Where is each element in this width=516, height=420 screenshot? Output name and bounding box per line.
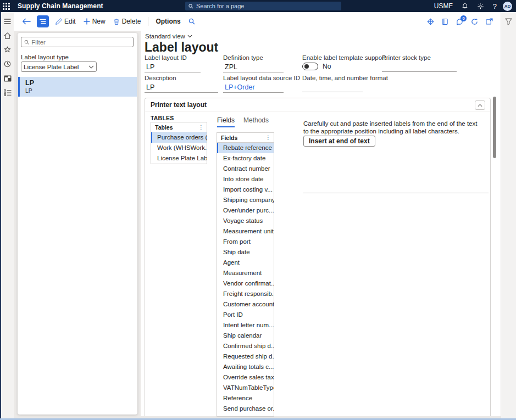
nav-home-button[interactable]	[3, 31, 12, 40]
fields-list-header: Fields	[221, 135, 237, 141]
edit-button[interactable]: Edit	[51, 15, 80, 27]
tables-list-item[interactable]: License Plate Lab...	[151, 153, 207, 164]
new-button[interactable]: New	[80, 15, 109, 27]
field-label: Date, time, and number format	[302, 75, 363, 81]
page-title: Label layout	[145, 40, 218, 55]
filter-pane-button[interactable]	[504, 16, 513, 26]
definition-type-input[interactable]: ZPL	[223, 63, 284, 72]
fields-list-item[interactable]: Into store date	[217, 174, 274, 184]
nav-modules-button[interactable]	[3, 88, 12, 97]
tables-list-item[interactable]: Purchase orders (...	[151, 132, 207, 143]
kebab-menu-icon[interactable]: ⋮	[198, 125, 204, 130]
fields-list-item[interactable]: Reference	[217, 393, 274, 404]
date-format-input[interactable]	[302, 83, 363, 92]
kebab-menu-icon[interactable]: ⋮	[265, 135, 271, 141]
fields-list-item[interactable]: Override sales tax	[217, 372, 274, 383]
printer-stock-type-input[interactable]	[382, 63, 457, 72]
view-selector-label: Standard view	[145, 33, 185, 40]
view-selector[interactable]: Standard view	[145, 33, 192, 40]
section-header[interactable]: Printer text layout	[145, 98, 490, 111]
show-navigation-list-button[interactable]	[37, 15, 49, 27]
collapse-section-button[interactable]	[475, 100, 485, 110]
tables-rows: Purchase orders (...Work (WHSWork...Lice…	[151, 132, 207, 164]
nav-favorites-button[interactable]	[3, 45, 12, 54]
label-layout-type-combobox[interactable]	[21, 61, 97, 72]
search-icon	[188, 4, 193, 9]
nav-menu-button[interactable]	[3, 16, 12, 26]
field-label: Label layout ID	[145, 54, 201, 61]
fields-list-item[interactable]: Ship calendar	[217, 331, 274, 341]
enable-template-toggle[interactable]	[302, 63, 318, 70]
data-source-id-link[interactable]: LP+Order	[223, 83, 284, 93]
fields-list-item[interactable]: Port ID	[217, 310, 274, 320]
home-icon	[4, 32, 11, 39]
fields-list-item[interactable]: Measurement	[217, 268, 274, 278]
app-launcher-icon[interactable]	[0, 0, 12, 12]
fields-list-item[interactable]: Shipping company	[217, 195, 274, 205]
fields-list-item[interactable]: Contract number	[217, 164, 274, 174]
product-catalog-button[interactable]	[427, 18, 434, 25]
fields-list-item[interactable]: Confirmed ship d...	[217, 341, 274, 351]
open-in-new-window-button[interactable]	[486, 18, 493, 25]
list-filter-field[interactable]	[21, 37, 134, 47]
action-bar: Edit New Delete Options 0	[14, 12, 501, 31]
fields-list-item[interactable]: Agent	[217, 257, 274, 268]
fields-list-item[interactable]: Voyage status	[217, 216, 274, 226]
global-search[interactable]: Search for a page	[185, 2, 341, 10]
options-menu[interactable]: Options	[152, 15, 184, 27]
record-subtitle: LP	[25, 87, 132, 94]
actionbar-search-button[interactable]	[185, 16, 199, 27]
delete-button[interactable]: Delete	[109, 15, 145, 27]
fields-list-item[interactable]: Vendor confirmat...	[217, 278, 274, 289]
filter-input[interactable]	[31, 39, 130, 46]
message-count-badge: 0	[460, 15, 467, 21]
fields-list-item[interactable]: Ex-factory date	[217, 153, 274, 164]
right-filter-rail	[501, 12, 516, 420]
fields-list-item[interactable]: VATNumTableType	[217, 383, 274, 393]
fields-list-item[interactable]: Rebate reference	[217, 143, 274, 153]
fields-list-item[interactable]: Send purchase or...	[217, 404, 274, 414]
insert-at-end-button[interactable]: Insert at end of text	[303, 136, 375, 147]
tables-list-item[interactable]: Work (WHSWork...	[151, 143, 207, 153]
help-button[interactable]: ?	[489, 0, 501, 12]
field-label: Enable label template support	[302, 54, 385, 61]
fields-list-item[interactable]: Customer account	[217, 299, 274, 310]
messages-button[interactable]: 0	[456, 18, 463, 25]
plus-icon	[84, 18, 90, 25]
tab-fields[interactable]: Fields	[217, 116, 235, 127]
waffle-grid-icon	[3, 3, 10, 10]
notifications-button[interactable]	[457, 0, 473, 12]
task-guide-button[interactable]	[442, 18, 448, 25]
label-layout-type-input[interactable]	[21, 64, 86, 70]
options-label: Options	[156, 18, 180, 25]
fields-list-item[interactable]: Import costing v...	[217, 184, 274, 195]
label-layout-id-input[interactable]: LP	[145, 63, 201, 72]
vertical-scrollbar-thumb[interactable]	[493, 97, 496, 158]
company-picker[interactable]: USMF	[430, 0, 457, 12]
back-button[interactable]	[18, 16, 35, 27]
field-label-layout-id: Label layout ID LP	[145, 54, 201, 72]
fields-list-item[interactable]: Freight responsib...	[217, 289, 274, 299]
chevron-down-icon[interactable]	[86, 62, 96, 71]
fields-list-item[interactable]: Measurement unit	[217, 226, 274, 237]
settings-button[interactable]	[473, 0, 489, 12]
field-data-source-id: Label layout data source ID LP+Order	[223, 75, 284, 93]
user-avatar[interactable]: AD	[503, 2, 512, 11]
fields-list-item[interactable]: Exchange rate	[217, 414, 274, 417]
fields-list-item[interactable]: Ship date	[217, 247, 274, 257]
back-arrow-icon	[22, 18, 31, 25]
record-list-item-selected[interactable]: LP LP	[18, 77, 137, 97]
nav-workspaces-button[interactable]	[3, 74, 12, 83]
fields-list-item[interactable]: Awaiting totals c...	[217, 362, 274, 372]
fields-list-item[interactable]: Over/under purc...	[217, 205, 274, 216]
nav-recent-button[interactable]	[3, 59, 12, 69]
tab-methods[interactable]: Methods	[243, 116, 269, 127]
description-input[interactable]: LP	[145, 83, 218, 93]
label-layout-type-label: Label layout type	[21, 54, 69, 60]
fields-list-item[interactable]: Requested ship d...	[217, 351, 274, 362]
fields-list-item[interactable]: From port	[217, 237, 274, 247]
refresh-button[interactable]	[471, 18, 478, 25]
record-title: LP	[25, 79, 132, 87]
fields-list-item[interactable]: Intent letter num...	[217, 320, 274, 331]
app-title[interactable]: Supply Chain Management	[18, 2, 103, 10]
